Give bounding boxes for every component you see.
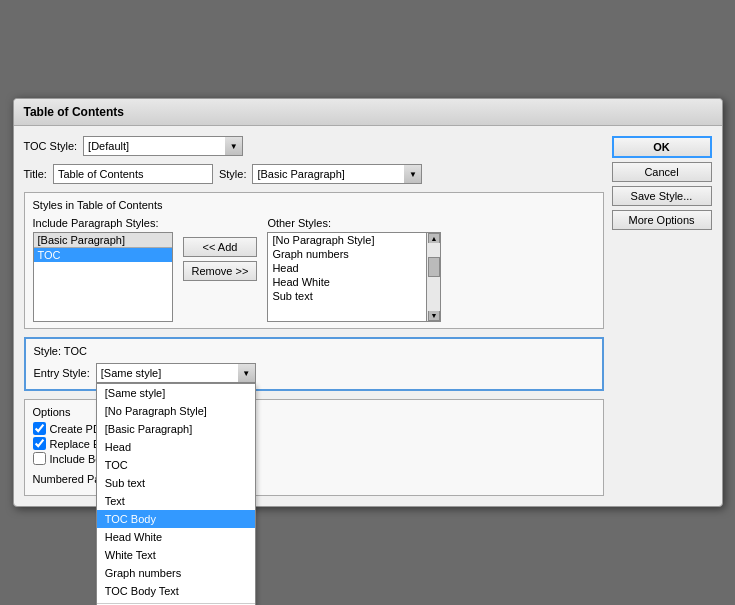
include-list[interactable]: [Basic Paragraph] TOC <box>33 232 173 322</box>
title-style-row: Title: Style: ▼ <box>24 164 604 184</box>
cancel-button[interactable]: Cancel <box>612 162 712 182</box>
include-list-header: [Basic Paragraph] <box>34 233 172 248</box>
other-list-container: [No Paragraph Style] Graph numbers Head … <box>267 232 594 322</box>
check2-checkbox[interactable] <box>33 437 46 450</box>
right-buttons: OK Cancel Save Style... More Options <box>612 136 712 496</box>
dd-item-toc[interactable]: TOC <box>97 456 255 474</box>
dd-item-head-white[interactable]: Head White <box>97 528 255 546</box>
ok-button[interactable]: OK <box>612 136 712 158</box>
dd-item-graph-numbers[interactable]: Graph numbers <box>97 564 255 582</box>
add-remove-col: << Add Remove >> <box>183 217 258 281</box>
dd-item-text[interactable]: Text <box>97 492 255 510</box>
check3-checkbox[interactable] <box>33 452 46 465</box>
entry-style-row: Entry Style: ▼ [Same style] [No Paragrap… <box>34 363 594 383</box>
table-of-contents-dialog: Table of Contents TOC Style: ▼ Title: St… <box>13 98 723 507</box>
include-list-item-toc[interactable]: TOC <box>34 248 172 262</box>
other-item-3[interactable]: Head White <box>268 275 426 289</box>
add-button[interactable]: << Add <box>183 237 258 257</box>
dd-separator <box>97 603 255 604</box>
dd-item-toc-body-text[interactable]: TOC Body Text <box>97 582 255 600</box>
check1-checkbox[interactable] <box>33 422 46 435</box>
title-input[interactable] <box>53 164 213 184</box>
dd-item-same-style[interactable]: [Same style] <box>97 384 255 402</box>
entry-style-dropdown[interactable]: [Same style] [No Paragraph Style] [Basic… <box>96 383 256 605</box>
main-area: TOC Style: ▼ Title: Style: ▼ Styles in T… <box>24 136 604 496</box>
entry-style-dropdown-container: ▼ [Same style] [No Paragraph Style] [Bas… <box>96 363 256 383</box>
dd-item-white-text[interactable]: White Text <box>97 546 255 564</box>
style-toc-title: Style: TOC <box>34 345 594 357</box>
dd-item-basic-para[interactable]: [Basic Paragraph] <box>97 420 255 438</box>
dialog-title: Table of Contents <box>14 99 722 126</box>
include-col: Include Paragraph Styles: [Basic Paragra… <box>33 217 173 322</box>
styles-section-title: Styles in Table of Contents <box>33 199 595 211</box>
styles-area: Include Paragraph Styles: [Basic Paragra… <box>33 217 595 322</box>
other-list-scrollbar[interactable]: ▲ ▼ <box>427 232 441 322</box>
more-options-button[interactable]: More Options <box>612 210 712 230</box>
toc-style-row: TOC Style: ▼ <box>24 136 604 156</box>
other-col: Other Styles: [No Paragraph Style] Graph… <box>267 217 594 322</box>
other-label: Other Styles: <box>267 217 594 229</box>
other-list[interactable]: [No Paragraph Style] Graph numbers Head … <box>267 232 427 322</box>
dd-item-head[interactable]: Head <box>97 438 255 456</box>
styles-section: Styles in Table of Contents Include Para… <box>24 192 604 329</box>
dd-item-toc-body[interactable]: TOC Body <box>97 510 255 528</box>
scrollbar-thumb <box>428 257 440 277</box>
entry-style-label: Entry Style: <box>34 367 90 379</box>
other-item-4[interactable]: Sub text <box>268 289 426 303</box>
style-toc-box: Style: TOC Entry Style: ▼ [Same style] [… <box>24 337 604 391</box>
title-label: Title: <box>24 168 47 180</box>
other-item-2[interactable]: Head <box>268 261 426 275</box>
save-style-button[interactable]: Save Style... <box>612 186 712 206</box>
other-item-1[interactable]: Graph numbers <box>268 247 426 261</box>
include-label: Include Paragraph Styles: <box>33 217 173 229</box>
dd-item-sub-text[interactable]: Sub text <box>97 474 255 492</box>
toc-style-label: TOC Style: <box>24 140 78 152</box>
style-input[interactable] <box>252 164 422 184</box>
other-item-0[interactable]: [No Paragraph Style] <box>268 233 426 247</box>
style-dropdown-container: ▼ <box>252 164 422 184</box>
style-label: Style: <box>219 168 247 180</box>
toc-style-input[interactable] <box>83 136 243 156</box>
entry-style-input[interactable] <box>96 363 256 383</box>
toc-style-dropdown-container: ▼ <box>83 136 243 156</box>
dd-item-no-para[interactable]: [No Paragraph Style] <box>97 402 255 420</box>
remove-button[interactable]: Remove >> <box>183 261 258 281</box>
